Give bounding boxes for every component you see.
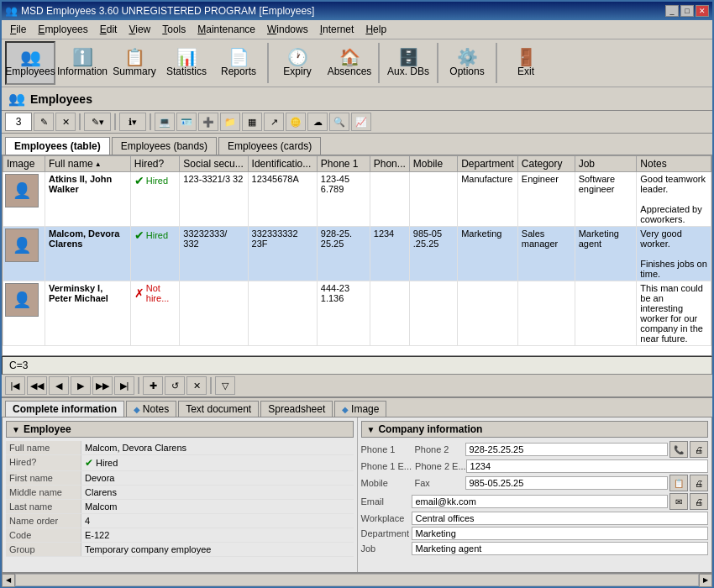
- company-secondary-button[interactable]: 🖨: [690, 493, 708, 510]
- table-row[interactable]: 👤 Atkins II, John Walker ✔ Hired 123-332…: [3, 172, 711, 227]
- company-action-button[interactable]: 📋: [669, 475, 688, 491]
- employee-field-label: Middle name: [6, 486, 81, 499]
- edit-button[interactable]: ✎▾: [84, 113, 111, 131]
- bottom-tab-textdoc[interactable]: Text document: [178, 401, 259, 417]
- reports-icon: 📄: [228, 49, 249, 66]
- toolbar-exit[interactable]: 🚪 Exit: [501, 41, 551, 85]
- grid-button[interactable]: ▦: [242, 113, 262, 131]
- menu-view[interactable]: View: [123, 22, 155, 37]
- minimize-button[interactable]: _: [665, 5, 679, 17]
- nav-next-next-button[interactable]: ▶▶: [92, 376, 113, 395]
- bottom-tab-spreadsheet[interactable]: Spreadsheet: [260, 401, 333, 417]
- tab-employees-table[interactable]: Employees (table): [5, 137, 110, 155]
- nav-add-button[interactable]: ✚: [143, 376, 163, 395]
- nav-bar: |◀ ◀◀ ◀ ▶ ▶▶ ▶| ✚ ↺ ✕ ▽: [2, 375, 712, 397]
- employee-avatar: 👤: [5, 283, 39, 317]
- toolbar-reports[interactable]: 📄 Reports: [213, 41, 264, 85]
- window-title: MSD Employees 3.60 UNREGISTERED PROGRAM …: [21, 5, 314, 17]
- company-secondary-button[interactable]: 🖨: [690, 441, 708, 458]
- horizontal-scrollbar[interactable]: ◀ ▶: [2, 573, 712, 586]
- cell-hired: ✗ Not hire...: [130, 281, 180, 346]
- company-collapse-icon[interactable]: ▼: [367, 425, 375, 434]
- toolbar-expiry[interactable]: 🕐 Expiry: [272, 41, 323, 85]
- nav-sep-1: [138, 377, 139, 394]
- menu-employees[interactable]: Employees: [33, 22, 92, 37]
- scroll-right-button[interactable]: ▶: [699, 574, 712, 587]
- company-action-button[interactable]: ✉: [669, 493, 688, 510]
- close-button[interactable]: ✕: [696, 5, 709, 17]
- nav-prev-button[interactable]: ◀: [49, 376, 69, 395]
- col-phone1[interactable]: Phone 1: [317, 156, 370, 172]
- col-notes[interactable]: Notes: [637, 156, 711, 172]
- cloud-button[interactable]: ☁: [307, 113, 328, 131]
- toolbar-statistics[interactable]: 📊 Statistics: [161, 41, 212, 85]
- delete-record-button[interactable]: ✕: [55, 113, 76, 131]
- tab-employees-table-label: Employees (table): [14, 140, 101, 152]
- nav-next-button[interactable]: ▶: [71, 376, 91, 395]
- menu-help[interactable]: Help: [360, 22, 391, 37]
- toolbar-aux-dbs[interactable]: 🗄️ Aux. DBs: [383, 41, 433, 85]
- menu-maintenance[interactable]: Maintenance: [192, 22, 260, 37]
- menu-file[interactable]: File: [5, 22, 31, 37]
- employee-panel-title-text: Employee: [24, 423, 71, 435]
- employees-table-container[interactable]: Image Full name▲ Hired? Social secu... I…: [2, 155, 712, 356]
- tab-employees-cards[interactable]: Employees (cards): [218, 137, 321, 155]
- id-button[interactable]: 🪪: [176, 113, 197, 131]
- employee-field-row: Last name Malcom: [6, 500, 354, 514]
- company-secondary-button[interactable]: 🖨: [690, 475, 708, 491]
- bottom-tab-notes[interactable]: ◆ Notes: [126, 401, 176, 417]
- nav-delete-button[interactable]: ✕: [186, 376, 207, 395]
- arrow-button[interactable]: ↗: [264, 113, 284, 131]
- bottom-tab-complete[interactable]: Complete information: [5, 401, 124, 417]
- hired-badge: ✔ Hired: [134, 228, 176, 242]
- page-title-bar: 👥 Employees: [2, 87, 712, 111]
- scroll-track[interactable]: [15, 574, 699, 586]
- col-socialsec[interactable]: Social secu...: [180, 156, 248, 172]
- nav-refresh-button[interactable]: ↺: [165, 376, 185, 395]
- nav-first-button[interactable]: |◀: [5, 376, 25, 395]
- collapse-icon[interactable]: ▼: [12, 425, 20, 434]
- menu-internet[interactable]: Internet: [315, 22, 360, 37]
- plus-button[interactable]: ➕: [198, 113, 218, 131]
- toolbar-information[interactable]: ℹ️ Information: [57, 41, 108, 85]
- col-job[interactable]: Job: [575, 156, 637, 172]
- coins-button[interactable]: 🪙: [286, 113, 306, 131]
- col-category[interactable]: Category: [517, 156, 575, 172]
- tab-employees-bands[interactable]: Employees (bands): [112, 137, 217, 155]
- graph-button[interactable]: 📈: [351, 113, 371, 131]
- col-phone2[interactable]: Phon...: [370, 156, 409, 172]
- col-image[interactable]: Image: [3, 156, 45, 172]
- menu-edit[interactable]: Edit: [95, 22, 123, 37]
- nav-last-button[interactable]: ▶|: [114, 376, 134, 395]
- nav-filter-button[interactable]: ▽: [215, 376, 235, 395]
- cell-identification: 12345678A: [248, 172, 317, 227]
- search-button[interactable]: 🔍: [329, 113, 349, 131]
- employee-field-row: Group Temporary company employee: [6, 543, 354, 557]
- toolbar-employees[interactable]: 👥 Employees: [5, 41, 55, 85]
- nav-prev-prev-button[interactable]: ◀◀: [27, 376, 47, 395]
- company-action-button[interactable]: 📞: [669, 441, 688, 458]
- toolbar-options[interactable]: ⚙️ Options: [442, 41, 492, 85]
- toolbar-absences[interactable]: 🏠 Absences: [324, 41, 375, 85]
- maximize-button[interactable]: □: [680, 5, 694, 17]
- absences-icon: 🏠: [339, 49, 360, 66]
- info-button[interactable]: ℹ▾: [119, 113, 146, 131]
- col-identification[interactable]: Identificatio...: [248, 156, 317, 172]
- cell-phone1: 123-45 6.789: [317, 172, 370, 227]
- scroll-left-button[interactable]: ◀: [2, 574, 15, 587]
- new-record-button[interactable]: ✎: [34, 113, 54, 131]
- menu-windows[interactable]: Windows: [262, 22, 313, 37]
- menu-tools[interactable]: Tools: [157, 22, 191, 37]
- computer-button[interactable]: 💻: [155, 113, 175, 131]
- col-fullname[interactable]: Full name▲: [45, 156, 131, 172]
- toolbar-summary[interactable]: 📋 Summary: [109, 41, 160, 85]
- menu-bar: File Employees Edit View Tools Maintenan…: [2, 20, 712, 39]
- table-row[interactable]: 👤 Malcom, Devora Clarens ✔ Hired 3323233…: [3, 227, 711, 281]
- folder-button[interactable]: 📁: [220, 113, 240, 131]
- col-hired[interactable]: Hired?: [130, 156, 180, 172]
- col-mobile[interactable]: Mobile: [409, 156, 457, 172]
- bottom-tab-image[interactable]: ◆ Image: [334, 401, 386, 417]
- table-row[interactable]: 👤 Verminsky I, Peter Michael ✗ Not hire.…: [3, 281, 711, 346]
- col-department[interactable]: Department: [458, 156, 518, 172]
- employee-field-value: ✔ Hired: [81, 455, 354, 470]
